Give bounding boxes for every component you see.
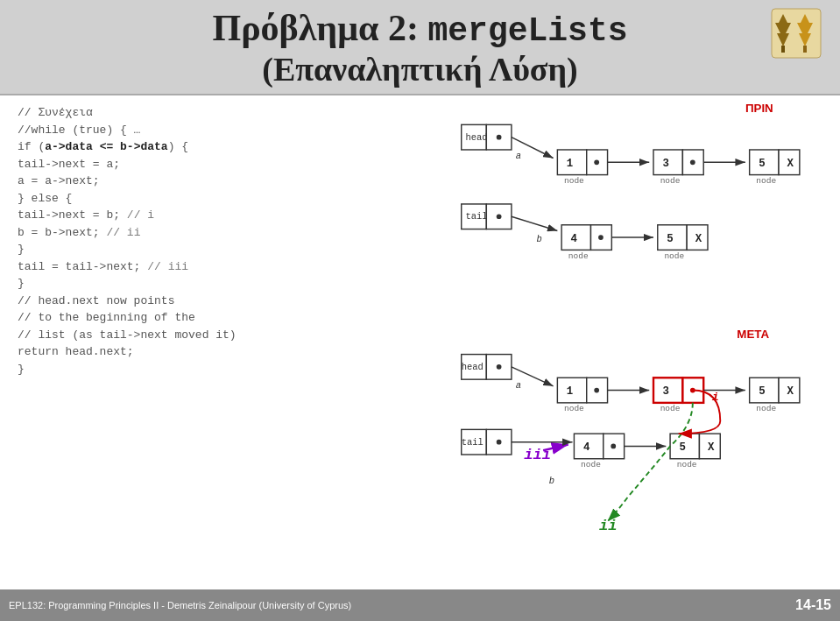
node4-val-top: 4 [571, 233, 578, 245]
code-line-3: if (a->data <= b->data) { [18, 138, 333, 156]
diagram-panel: ΠΡΙΝ head a 1 node [342, 95, 840, 580]
prin-label: ΠΡΙΝ [745, 102, 773, 115]
node5b-val-top: 5 [667, 233, 673, 245]
node5-val-top: 5 [759, 158, 765, 170]
slide-number: 14-15 [795, 597, 831, 613]
slide: Πρόβλημα 2: mergeLists (Επαναληπτική Λύσ… [0, 0, 840, 621]
node5-val-bottom: 5 [759, 385, 765, 398]
b-label-bottom: b [549, 476, 554, 486]
code-line-15: return head.next; [18, 343, 333, 361]
footer-text: EPL132: Programming Principles II - Deme… [9, 600, 351, 610]
code-line-6: } else { [18, 190, 333, 208]
footer: EPL132: Programming Principles II - Deme… [0, 589, 840, 621]
node5-x-top: X [787, 158, 794, 170]
svg-point-12 [497, 214, 502, 219]
node4-label-bottom: node [581, 460, 601, 469]
node5c-label-bottom: node [677, 460, 697, 469]
svg-rect-3 [781, 46, 785, 53]
a-label-top: a [516, 151, 521, 161]
code-line-12: // head.next now points [18, 293, 333, 310]
code-panel: // Συνέχεια //while (true) { … if (a->da… [0, 95, 342, 580]
code-line-1: // Συνέχεια [18, 104, 333, 122]
node1-val-bottom: 1 [567, 385, 573, 398]
node5b-x-top: X [695, 233, 702, 245]
code-line-8: b = b->next; // ii [18, 224, 333, 242]
node5c-val-bottom: 5 [680, 441, 686, 454]
svg-point-15 [594, 388, 599, 393]
svg-point-17 [497, 440, 502, 445]
node5-x-bottom: X [787, 385, 794, 398]
a-label-bottom: a [516, 380, 521, 391]
logo-icon [770, 7, 822, 60]
code-line-13: // to the beginning of the [18, 309, 333, 327]
header: Πρόβλημα 2: mergeLists (Επαναληπτική Λύσ… [0, 0, 840, 95]
content-area: // Συνέχεια //while (true) { … if (a->da… [0, 95, 840, 580]
node1-label-bottom: node [564, 404, 584, 413]
title-prefix: Πρόβλημα 2: [212, 8, 427, 48]
svg-point-13 [598, 235, 604, 240]
diagram-svg: ΠΡΙΝ head a 1 node [342, 95, 840, 580]
svg-point-10 [594, 159, 599, 165]
tail-label-bottom: tail [462, 437, 484, 448]
svg-rect-4 [803, 46, 807, 53]
code-line-7: tail->next = b; // i [18, 207, 333, 224]
node4-val-bottom: 4 [583, 441, 590, 454]
svg-point-18 [611, 444, 616, 449]
node1-label-top: node [564, 176, 584, 186]
node5-label-bottom: node [756, 404, 776, 413]
title-line2: (Επαναληπτική Λύση) [18, 50, 822, 88]
code-line-2: //while (true) { … [18, 122, 333, 139]
code-line-16: } [18, 361, 333, 378]
b-label-top: b [537, 234, 542, 244]
code-line-9: } [18, 241, 333, 258]
node5-label-top: node [756, 176, 776, 186]
svg-point-11 [690, 159, 695, 165]
title-mono: mergeLists [427, 12, 627, 50]
node5c-x-bottom: X [708, 441, 715, 454]
code-line-14: // list (as tail->next moved it) [18, 327, 333, 344]
node3-label-bottom: node [660, 404, 681, 413]
code-line-10: tail = tail->next; // iii [18, 258, 333, 276]
code-line-5: a = a->next; [18, 173, 333, 190]
meta-label: ΜΕΤΑ [737, 328, 769, 341]
code-line-11: } [18, 275, 333, 293]
node3-val-top: 3 [662, 158, 668, 170]
node3-val-bottom: 3 [662, 385, 668, 398]
svg-point-9 [497, 135, 502, 140]
code-line-4: tail->next = a; [18, 156, 333, 173]
node1-val-top: 1 [567, 158, 573, 170]
tail-label-top: tail [465, 211, 487, 222]
svg-point-14 [497, 364, 502, 370]
tail-to-node4-arrow [512, 216, 557, 230]
node4-label-top: node [568, 251, 589, 261]
head-label-top: head [465, 132, 487, 143]
node5b-label-top: node [664, 251, 684, 261]
head-label-bottom: head [462, 362, 484, 372]
node3-label-top: node [660, 176, 681, 186]
